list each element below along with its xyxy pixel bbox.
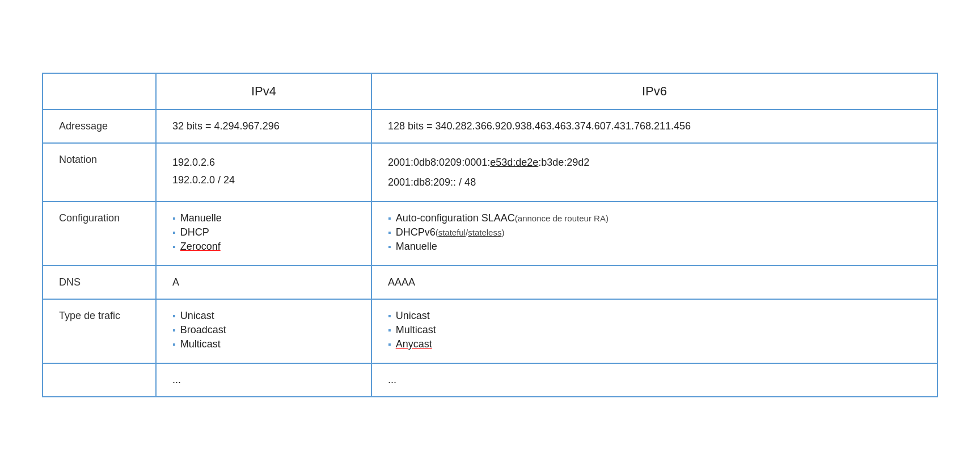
list-item: Unicast <box>172 310 355 322</box>
config-ipv6-stateful: stateful <box>438 228 466 237</box>
cell-dns-ipv6: AAAA <box>371 266 937 299</box>
header-ipv4: IPv4 <box>156 73 371 110</box>
notation-ipv4-line1: 192.0.2.6 <box>172 154 355 171</box>
list-item: Broadcast <box>172 324 355 336</box>
cell-notation-ipv6: 2001:0db8:0209:0001:e53d:de2e:b3de:29d2 … <box>371 143 937 202</box>
config-ipv4-item1: Manuelle <box>180 212 222 224</box>
notation-ipv6-underline: e53d:de2e <box>490 157 538 168</box>
row-label-notation: Notation <box>43 143 156 202</box>
trafic-ipv6-item3: Anycast <box>396 338 432 350</box>
notation-ipv6-line1: 2001:0db8:0209:0001:e53d:de2e:b3de:29d2 <box>388 154 921 171</box>
row-label-configuration: Configuration <box>43 202 156 266</box>
config-ipv6-list: Auto-configuration SLAAC (annonce de rou… <box>388 212 921 253</box>
cell-extra-ipv4: ... <box>156 363 371 397</box>
list-item: Manuelle <box>388 241 921 253</box>
row-label-extra <box>43 363 156 397</box>
trafic-ipv6-item2: Multicast <box>396 324 436 336</box>
trafic-ipv6-item1: Unicast <box>396 310 430 322</box>
config-ipv4-item3: Zeroconf <box>180 241 221 253</box>
ipv4-ipv6-comparison-table: IPv4 IPv6 Adressage 32 bits = 4.294.967.… <box>42 73 938 397</box>
trafic-ipv4-list: Unicast Broadcast Multicast <box>172 310 355 350</box>
trafic-ipv6-list: Unicast Multicast Anycast <box>388 310 921 350</box>
list-item: Multicast <box>388 324 921 336</box>
table-row: Type de trafic Unicast Broadcast Multica… <box>43 299 937 363</box>
cell-configuration-ipv6: Auto-configuration SLAAC (annonce de rou… <box>371 202 937 266</box>
config-ipv6-annotation1: (annonce de routeur RA) <box>515 213 609 223</box>
config-ipv6-item3: Manuelle <box>396 241 437 253</box>
header-label <box>43 73 156 110</box>
comparison-table-wrapper: IPv4 IPv6 Adressage 32 bits = 4.294.967.… <box>42 73 938 397</box>
trafic-ipv4-item1: Unicast <box>180 310 214 322</box>
cell-extra-ipv6: ... <box>371 363 937 397</box>
cell-trafic-ipv6: Unicast Multicast Anycast <box>371 299 937 363</box>
trafic-ipv4-item3: Multicast <box>180 338 221 350</box>
list-item: Unicast <box>388 310 921 322</box>
notation-ipv6-line2: 2001:db8:209:: / 48 <box>388 174 921 191</box>
cell-dns-ipv4: A <box>156 266 371 299</box>
list-item: Auto-configuration SLAAC (annonce de rou… <box>388 212 921 224</box>
cell-adressage-ipv4: 32 bits = 4.294.967.296 <box>156 110 371 143</box>
cell-adressage-ipv6: 128 bits = 340.282.366.920.938.463.463.3… <box>371 110 937 143</box>
cell-trafic-ipv4: Unicast Broadcast Multicast <box>156 299 371 363</box>
list-item: Zeroconf <box>172 241 355 253</box>
notation-ipv4-line2: 192.0.2.0 / 24 <box>172 171 355 189</box>
list-item: Multicast <box>172 338 355 350</box>
row-label-dns: DNS <box>43 266 156 299</box>
header-ipv6: IPv6 <box>371 73 937 110</box>
cell-notation-ipv4: 192.0.2.6 192.0.2.0 / 24 <box>156 143 371 202</box>
trafic-ipv4-item2: Broadcast <box>180 324 226 336</box>
list-item: Anycast <box>388 338 921 350</box>
row-label-type-trafic: Type de trafic <box>43 299 156 363</box>
list-item: DHCPv6 (stateful/stateless) <box>388 226 921 238</box>
config-ipv4-item2: DHCP <box>180 226 209 238</box>
config-ipv4-list: Manuelle DHCP Zeroconf <box>172 212 355 253</box>
table-row: DNS A AAAA <box>43 266 937 299</box>
table-row: Adressage 32 bits = 4.294.967.296 128 bi… <box>43 110 937 143</box>
table-row: Notation 192.0.2.6 192.0.2.0 / 24 2001:0… <box>43 143 937 202</box>
config-ipv6-item2: DHCPv6 <box>396 226 436 238</box>
table-row: ... ... <box>43 363 937 397</box>
notation-ipv6-end: :b3de:29d2 <box>538 157 589 168</box>
config-ipv6-item1: Auto-configuration SLAAC <box>396 212 515 224</box>
row-label-adressage: Adressage <box>43 110 156 143</box>
config-ipv6-annotation2: (stateful/stateless) <box>436 228 505 237</box>
table-row: Configuration Manuelle DHCP Zeroconf Aut… <box>43 202 937 266</box>
list-item: Manuelle <box>172 212 355 224</box>
list-item: DHCP <box>172 226 355 238</box>
cell-configuration-ipv4: Manuelle DHCP Zeroconf <box>156 202 371 266</box>
notation-ipv6-plain1: 2001:0db8:0209:0001: <box>388 157 490 168</box>
config-ipv6-stateless: stateless <box>468 228 501 237</box>
